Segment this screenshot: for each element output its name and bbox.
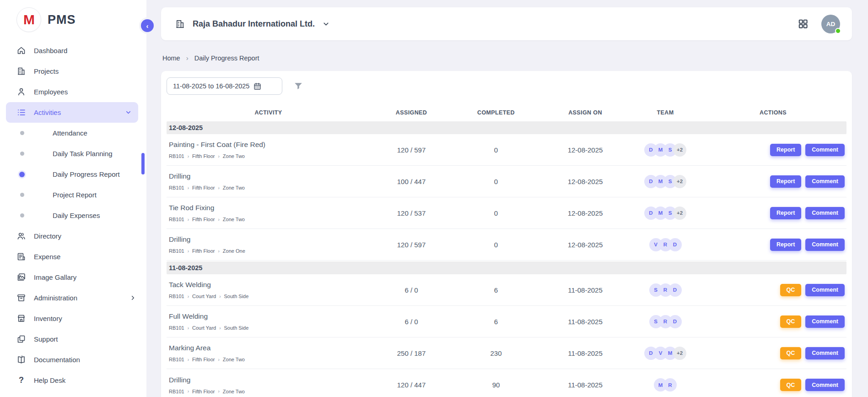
sidebar-item-project-report[interactable]: Project Report [0,185,146,205]
sidebar-item-label: Image Gallary [34,273,76,281]
comment-button[interactable]: Comment [805,284,845,296]
row-action-button[interactable]: Report [770,239,801,251]
comment-button[interactable]: Comment [805,207,845,219]
activity-location: RB101›Fifth Floor›Zone Two [169,389,370,394]
sidebar-item-support[interactable]: Support [0,329,146,349]
comment-button[interactable]: Comment [805,347,845,359]
assigned-value: 6 / 0 [370,286,453,294]
copy-icon [16,334,26,344]
row-action-button[interactable]: Report [770,175,801,188]
location-zone: Zone Two [223,153,245,159]
active-bullet-icon [19,172,25,177]
location-floor: Fifth Floor [192,153,215,159]
sidebar-item-daily-task-planning[interactable]: Daily Task Planning [0,143,146,164]
comment-button[interactable]: Comment [805,379,845,391]
sidebar-item-attendance[interactable]: Attendance [0,123,146,143]
filter-funnel-icon[interactable] [293,81,303,91]
sidebar-item-label: Attendance [53,129,87,137]
company-selector[interactable]: Raja Bahadur International Ltd. [175,19,330,29]
sidebar-item-daily-progress-report[interactable]: Daily Progress Report [0,164,146,185]
location-zone: Zone One [223,248,245,254]
sidebar-item-label: Daily Progress Report [53,170,120,178]
row-actions: QCComment [700,347,846,359]
sidebar-item-directory[interactable]: Directory [0,226,146,246]
sidebar-item-inventory[interactable]: Inventory [0,308,146,329]
chevron-right-icon: › [218,154,220,159]
sidebar-item-employees[interactable]: Employees [0,82,146,102]
activity-location: RB101›Fifth Floor›Zone Two [169,153,370,159]
assign-on-date: 12-08-2025 [539,146,631,154]
bullet-icon [20,193,24,197]
assign-on-date: 12-08-2025 [539,178,631,185]
user-avatar[interactable]: AD [821,15,840,33]
location-floor: Fifth Floor [192,389,215,394]
row-action-button[interactable]: QC [780,315,802,328]
assign-on-date: 12-08-2025 [539,241,631,249]
location-floor: Fifth Floor [192,217,215,222]
location-project: RB101 [169,325,184,331]
breadcrumb-home[interactable]: Home [162,54,180,62]
sidebar-item-dashboard[interactable]: Dashboard [0,40,146,61]
activity-title: Tie Rod Fixing [169,204,370,212]
team-avatars: SRD [631,283,700,297]
comment-button[interactable]: Comment [805,144,845,156]
comment-button[interactable]: Comment [805,315,845,328]
activity-title: Drilling [169,235,370,244]
bullet-icon [20,131,24,135]
assign-on-date: 12-08-2025 [539,209,631,217]
chevron-right-icon: › [188,154,189,159]
sidebar-item-administration[interactable]: Administration [0,288,146,308]
table-row: Marking AreaRB101›Fifth Floor›Zone Two25… [167,337,846,369]
row-action-button[interactable]: Report [770,207,801,219]
date-range-input[interactable]: 11-08-2025 to 16-08-2025 [167,77,282,95]
breadcrumb-current: Daily Progress Report [194,54,259,62]
row-action-button[interactable]: QC [780,379,802,391]
sidebar-item-expense[interactable]: Expense [0,246,146,267]
sidebar-scrollbar-thumb[interactable] [141,153,145,174]
row-action-button[interactable]: Report [770,144,801,156]
location-project: RB101 [169,217,184,222]
activity-location: RB101›Fifth Floor›Zone One [169,248,370,254]
assigned-value: 120 / 597 [370,146,453,154]
chevron-right-icon: › [218,357,220,362]
comment-button[interactable]: Comment [805,239,845,251]
sidebar-collapse-button[interactable]: ‹ [141,19,154,32]
sidebar-item-label: Projects [34,67,59,75]
sidebar-item-label: Project Report [53,191,97,199]
assigned-value: 120 / 447 [370,381,453,389]
date-range-value: 11-08-2025 to 16-08-2025 [173,82,249,90]
activity-cell: Full WeldingRB101›Court Yard›South Side [167,312,370,331]
table-row: Tack WeldingRB101›Court Yard›South Side6… [167,274,846,306]
sidebar-item-help-desk[interactable]: ? Help Desk [0,370,146,391]
sidebar: M PMS Dashboard Projects Employees [0,0,146,397]
app-title: PMS [48,13,76,27]
sidebar-item-label: Employees [34,88,68,96]
location-zone: Zone Two [223,357,245,362]
sidebar-item-image-gallery[interactable]: Image Gallary [0,267,146,288]
person-icon [16,87,26,97]
comment-button[interactable]: Comment [805,175,845,188]
row-action-button[interactable]: QC [780,347,802,359]
activity-title: Marking Area [169,344,370,352]
chevron-right-icon: › [218,249,220,254]
building-icon [16,66,26,76]
completed-value: 90 [453,381,539,389]
app-logo: M PMS [0,0,146,37]
receipt-icon [16,252,26,261]
chevron-down-icon [322,20,330,28]
completed-value: 6 [453,286,539,294]
activity-title: Drilling [169,376,370,384]
location-zone: Zone Two [223,389,245,394]
sidebar-item-daily-expenses[interactable]: Daily Expenses [0,205,146,226]
sidebar-item-activities[interactable]: Activities [6,102,138,123]
team-avatar: D [669,238,682,251]
sidebar-item-label: Documentation [34,356,80,364]
row-actions: ReportComment [700,239,846,251]
sidebar-item-projects[interactable]: Projects [0,61,146,82]
bullet-icon [20,213,24,218]
apps-grid-icon[interactable] [798,18,809,29]
list-icon [16,108,26,117]
sidebar-item-documentation[interactable]: Documentation [0,349,146,370]
completed-value: 0 [453,178,539,185]
row-action-button[interactable]: QC [780,284,802,296]
